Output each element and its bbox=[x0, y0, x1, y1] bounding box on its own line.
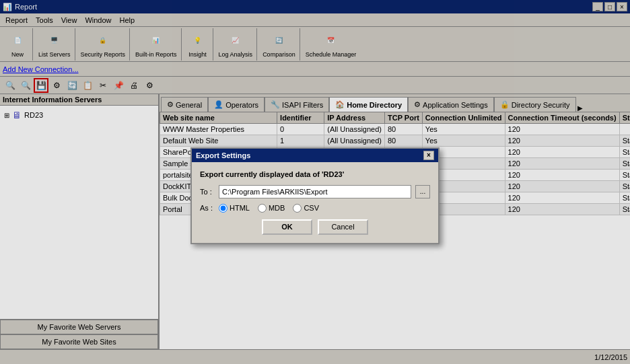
dialog-as-row: As : HTML MDB CSV bbox=[200, 204, 430, 213]
dialog-title-text: Export Settings bbox=[196, 151, 250, 159]
export-dialog: Export Settings × Export currently displ… bbox=[190, 147, 440, 244]
browse-button[interactable]: ... bbox=[415, 185, 430, 198]
dialog-to-input[interactable] bbox=[219, 185, 411, 198]
format-mdb-option[interactable]: MDB bbox=[258, 204, 285, 213]
dialog-as-label: As : bbox=[200, 204, 215, 212]
mdb-label: MDB bbox=[269, 204, 285, 212]
cancel-button[interactable]: Cancel bbox=[318, 219, 368, 235]
html-label: HTML bbox=[230, 204, 250, 212]
ok-button[interactable]: OK bbox=[262, 219, 312, 235]
dialog-to-field: To : ... bbox=[200, 185, 430, 198]
format-html-option[interactable]: HTML bbox=[219, 204, 250, 213]
dialog-buttons: OK Cancel bbox=[200, 219, 430, 235]
dialog-title-bar: Export Settings × bbox=[192, 149, 438, 162]
dialog-close-button[interactable]: × bbox=[423, 151, 434, 160]
dialog-to-label: To : bbox=[200, 188, 215, 196]
dialog-body: Export currently displayed data of 'RD23… bbox=[192, 162, 438, 243]
modal-overlay: Export Settings × Export currently displ… bbox=[0, 0, 630, 364]
csv-radio[interactable] bbox=[293, 204, 302, 213]
format-csv-option[interactable]: CSV bbox=[293, 204, 319, 213]
csv-label: CSV bbox=[304, 204, 319, 212]
format-radio-group: HTML MDB CSV bbox=[219, 204, 319, 213]
mdb-radio[interactable] bbox=[258, 204, 267, 213]
html-radio[interactable] bbox=[219, 204, 228, 213]
dialog-subtitle: Export currently displayed data of 'RD23… bbox=[200, 170, 430, 178]
